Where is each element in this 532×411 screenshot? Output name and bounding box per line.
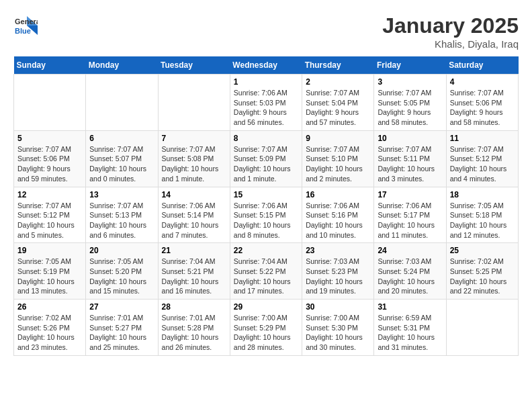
day-info: Sunrise: 7:07 AMSunset: 5:10 PMDaylight:…	[306, 144, 370, 184]
day-info: Sunrise: 7:07 AMSunset: 5:12 PMDaylight:…	[17, 201, 82, 240]
weekday-header-row: SundayMondayTuesdayWednesdayThursdayFrid…	[14, 56, 519, 75]
calendar-week-row: 19Sunrise: 7:05 AMSunset: 5:19 PMDayligh…	[14, 243, 519, 300]
calendar-cell: 21Sunrise: 7:04 AMSunset: 5:21 PMDayligh…	[158, 243, 230, 300]
day-number: 10	[378, 134, 442, 143]
day-number: 27	[89, 302, 154, 312]
day-info: Sunrise: 7:01 AMSunset: 5:27 PMDaylight:…	[89, 313, 154, 353]
day-number: 8	[234, 134, 298, 143]
calendar-cell: 22Sunrise: 7:04 AMSunset: 5:22 PMDayligh…	[230, 243, 302, 300]
day-info: Sunrise: 7:07 AMSunset: 5:08 PMDaylight:…	[162, 144, 226, 184]
calendar-week-row: 26Sunrise: 7:02 AMSunset: 5:26 PMDayligh…	[14, 300, 519, 356]
calendar-cell: 20Sunrise: 7:05 AMSunset: 5:20 PMDayligh…	[86, 243, 158, 300]
day-number: 3	[378, 77, 442, 87]
day-number: 21	[162, 246, 226, 255]
day-info: Sunrise: 7:05 AMSunset: 5:20 PMDaylight:…	[89, 257, 154, 296]
day-number: 23	[306, 246, 370, 255]
day-info: Sunrise: 7:07 AMSunset: 5:04 PMDaylight:…	[306, 88, 370, 128]
calendar-cell: 14Sunrise: 7:06 AMSunset: 5:14 PMDayligh…	[158, 187, 230, 243]
day-number: 16	[306, 190, 370, 199]
logo: General Blue	[13, 13, 40, 38]
calendar-cell: 6Sunrise: 7:07 AMSunset: 5:07 PMDaylight…	[86, 130, 158, 187]
calendar-cell: 17Sunrise: 7:06 AMSunset: 5:17 PMDayligh…	[374, 187, 446, 243]
day-info: Sunrise: 7:04 AMSunset: 5:21 PMDaylight:…	[162, 257, 226, 296]
day-number: 1	[234, 77, 298, 87]
calendar-cell: 28Sunrise: 7:01 AMSunset: 5:28 PMDayligh…	[158, 300, 230, 356]
day-number: 24	[378, 246, 442, 255]
day-info: Sunrise: 7:00 AMSunset: 5:30 PMDaylight:…	[306, 313, 370, 353]
day-info: Sunrise: 7:02 AMSunset: 5:26 PMDaylight:…	[17, 313, 82, 353]
calendar-cell: 2Sunrise: 7:07 AMSunset: 5:04 PMDaylight…	[302, 75, 374, 131]
day-info: Sunrise: 7:07 AMSunset: 5:12 PMDaylight:…	[450, 144, 515, 184]
month-title: January 2025	[382, 13, 519, 38]
calendar-cell: 29Sunrise: 7:00 AMSunset: 5:29 PMDayligh…	[230, 300, 302, 356]
day-info: Sunrise: 7:06 AMSunset: 5:14 PMDaylight:…	[162, 201, 226, 240]
day-number: 30	[306, 302, 370, 312]
day-info: Sunrise: 7:07 AMSunset: 5:13 PMDaylight:…	[89, 201, 154, 240]
day-number: 4	[450, 77, 515, 87]
calendar-cell: 25Sunrise: 7:02 AMSunset: 5:25 PMDayligh…	[446, 243, 518, 300]
calendar-cell: 8Sunrise: 7:07 AMSunset: 5:09 PMDaylight…	[230, 130, 302, 187]
day-number: 15	[234, 190, 298, 199]
day-info: Sunrise: 7:05 AMSunset: 5:18 PMDaylight:…	[450, 201, 515, 240]
day-info: Sunrise: 7:04 AMSunset: 5:22 PMDaylight:…	[234, 257, 298, 296]
day-number: 12	[17, 190, 82, 199]
calendar-cell: 9Sunrise: 7:07 AMSunset: 5:10 PMDaylight…	[302, 130, 374, 187]
day-info: Sunrise: 7:07 AMSunset: 5:06 PMDaylight:…	[17, 144, 82, 184]
svg-text:Blue: Blue	[15, 27, 31, 35]
day-info: Sunrise: 7:07 AMSunset: 5:06 PMDaylight:…	[450, 88, 515, 128]
calendar-table: SundayMondayTuesdayWednesdayThursdayFrid…	[13, 56, 519, 356]
day-number: 9	[306, 134, 370, 143]
calendar-cell: 15Sunrise: 7:06 AMSunset: 5:15 PMDayligh…	[230, 187, 302, 243]
calendar-cell: 24Sunrise: 7:03 AMSunset: 5:24 PMDayligh…	[374, 243, 446, 300]
calendar-cell: 4Sunrise: 7:07 AMSunset: 5:06 PMDaylight…	[446, 75, 518, 131]
calendar-cell: 10Sunrise: 7:07 AMSunset: 5:11 PMDayligh…	[374, 130, 446, 187]
calendar-week-row: 1Sunrise: 7:06 AMSunset: 5:03 PMDaylight…	[14, 75, 519, 131]
day-info: Sunrise: 7:07 AMSunset: 5:05 PMDaylight:…	[378, 88, 442, 128]
day-number: 2	[306, 77, 370, 87]
calendar-cell: 5Sunrise: 7:07 AMSunset: 5:06 PMDaylight…	[14, 130, 86, 187]
day-number: 28	[162, 302, 226, 312]
logo-icon: General Blue	[13, 13, 38, 38]
day-info: Sunrise: 7:03 AMSunset: 5:23 PMDaylight:…	[306, 257, 370, 296]
day-number: 19	[17, 246, 82, 255]
weekday-header: Wednesday	[230, 56, 302, 75]
calendar-cell: 11Sunrise: 7:07 AMSunset: 5:12 PMDayligh…	[446, 130, 518, 187]
day-number: 13	[89, 190, 154, 199]
day-number: 22	[234, 246, 298, 255]
location-title: Khalis, Diyala, Iraq	[382, 38, 519, 50]
weekday-header: Monday	[86, 56, 158, 75]
day-info: Sunrise: 7:07 AMSunset: 5:07 PMDaylight:…	[89, 144, 154, 184]
day-number: 14	[162, 190, 226, 199]
calendar-week-row: 5Sunrise: 7:07 AMSunset: 5:06 PMDaylight…	[14, 130, 519, 187]
day-number: 7	[162, 134, 226, 143]
weekday-header: Sunday	[14, 56, 86, 75]
day-number: 18	[450, 190, 515, 199]
calendar-cell	[158, 75, 230, 131]
day-info: Sunrise: 7:07 AMSunset: 5:09 PMDaylight:…	[234, 144, 298, 184]
calendar-cell: 12Sunrise: 7:07 AMSunset: 5:12 PMDayligh…	[14, 187, 86, 243]
calendar-cell: 7Sunrise: 7:07 AMSunset: 5:08 PMDaylight…	[158, 130, 230, 187]
day-info: Sunrise: 7:07 AMSunset: 5:11 PMDaylight:…	[378, 144, 442, 184]
day-info: Sunrise: 7:02 AMSunset: 5:25 PMDaylight:…	[450, 257, 515, 296]
calendar-week-row: 12Sunrise: 7:07 AMSunset: 5:12 PMDayligh…	[14, 187, 519, 243]
page-header: General Blue January 2025 Khalis, Diyala…	[13, 13, 519, 50]
day-number: 31	[378, 302, 442, 312]
svg-text:General: General	[15, 17, 38, 26]
day-info: Sunrise: 7:06 AMSunset: 5:03 PMDaylight:…	[234, 88, 298, 128]
day-info: Sunrise: 7:01 AMSunset: 5:28 PMDaylight:…	[162, 313, 226, 353]
calendar-cell: 23Sunrise: 7:03 AMSunset: 5:23 PMDayligh…	[302, 243, 374, 300]
calendar-cell: 31Sunrise: 6:59 AMSunset: 5:31 PMDayligh…	[374, 300, 446, 356]
weekday-header: Tuesday	[158, 56, 230, 75]
title-block: January 2025 Khalis, Diyala, Iraq	[382, 13, 519, 50]
day-number: 29	[234, 302, 298, 312]
day-number: 11	[450, 134, 515, 143]
day-number: 6	[89, 134, 154, 143]
day-info: Sunrise: 6:59 AMSunset: 5:31 PMDaylight:…	[378, 313, 442, 353]
calendar-cell: 18Sunrise: 7:05 AMSunset: 5:18 PMDayligh…	[446, 187, 518, 243]
day-number: 20	[89, 246, 154, 255]
day-info: Sunrise: 7:06 AMSunset: 5:16 PMDaylight:…	[306, 201, 370, 240]
calendar-cell: 16Sunrise: 7:06 AMSunset: 5:16 PMDayligh…	[302, 187, 374, 243]
day-info: Sunrise: 7:00 AMSunset: 5:29 PMDaylight:…	[234, 313, 298, 353]
calendar-cell: 1Sunrise: 7:06 AMSunset: 5:03 PMDaylight…	[230, 75, 302, 131]
calendar-cell: 26Sunrise: 7:02 AMSunset: 5:26 PMDayligh…	[14, 300, 86, 356]
